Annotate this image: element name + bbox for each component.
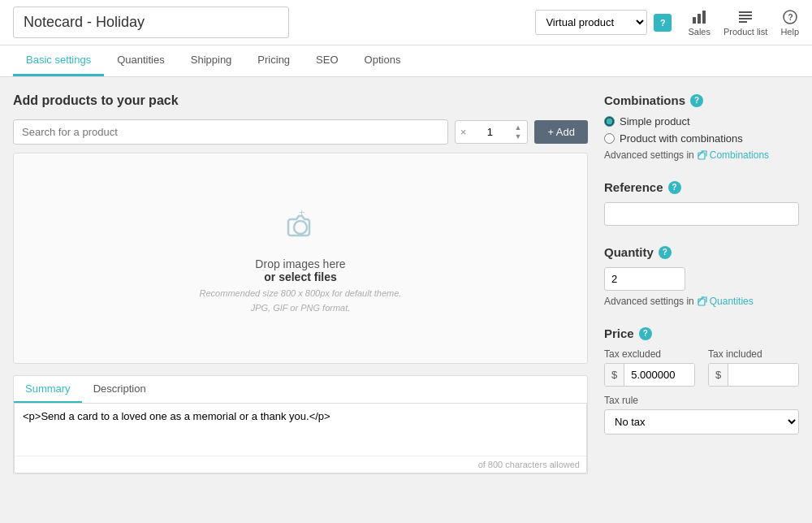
bar-chart-icon — [691, 9, 707, 25]
simple-product-radio[interactable] — [604, 116, 615, 127]
tab-seo[interactable]: SEO — [303, 45, 351, 76]
svg-rect-0 — [693, 17, 696, 24]
product-title-input[interactable] — [13, 6, 289, 38]
svg-rect-13 — [698, 299, 705, 305]
tab-quantities[interactable]: Quantities — [104, 45, 178, 76]
svg-text:+: + — [299, 207, 304, 218]
nav-icons: Sales Product list ? Help — [688, 9, 799, 37]
pack-section-title: Add products to your pack — [13, 93, 588, 108]
svg-rect-11 — [698, 153, 705, 159]
svg-rect-1 — [698, 14, 701, 24]
tab-basic-settings[interactable]: Basic settings — [13, 45, 104, 76]
svg-rect-5 — [739, 18, 752, 19]
add-product-button[interactable]: + Add — [534, 120, 588, 144]
price-help-icon[interactable]: ? — [639, 327, 652, 340]
tax-rule-label: Tax rule — [604, 395, 799, 406]
dropzone-main-text: Drop images here — [255, 257, 345, 270]
quantity-advanced-link: Advanced settings in Quantities — [604, 296, 799, 307]
tax-excluded-input-row: $ — [604, 363, 695, 387]
product-type-select[interactable]: Virtual product Standard product Pack of… — [535, 10, 647, 35]
product-with-combinations-radio-label[interactable]: Product with combinations — [604, 132, 799, 145]
combinations-help-icon[interactable]: ? — [690, 94, 703, 107]
dropzone-hint1: Recommended size 800 x 800px for default… — [200, 288, 402, 298]
tax-excluded-col: Tax excluded $ — [604, 348, 695, 387]
tax-included-col: Tax included $ — [708, 348, 799, 387]
quantity-down-button[interactable]: ▼ — [513, 132, 522, 141]
combinations-section: Combinations ? Simple product Product wi… — [604, 93, 799, 161]
reference-section: Reference ? — [604, 180, 799, 226]
svg-line-14 — [698, 297, 703, 302]
combinations-advanced-link: Advanced settings in Combinations — [604, 149, 799, 161]
image-dropzone[interactable]: + Drop images here or select files Recom… — [13, 153, 588, 364]
tabs-bar: Basic settings Quantities Shipping Prici… — [0, 45, 812, 77]
summary-textarea-box: <p>Send a card to a loved one as a memor… — [14, 404, 587, 473]
svg-line-12 — [698, 151, 703, 156]
dropzone-hint2: JPG, GIF or PNG format. — [251, 303, 351, 313]
tax-excluded-input[interactable] — [624, 364, 694, 386]
quantities-external-link-icon — [698, 296, 707, 306]
help-circle-icon: ? — [782, 9, 798, 25]
quantity-x-label: × — [460, 126, 467, 138]
tax-included-currency: $ — [709, 364, 728, 386]
svg-rect-3 — [739, 11, 752, 13]
inner-tab-summary[interactable]: Summary — [14, 376, 82, 403]
list-icon — [737, 9, 754, 25]
search-input[interactable] — [13, 119, 448, 145]
tax-excluded-currency: $ — [605, 364, 624, 386]
tab-shipping[interactable]: Shipping — [178, 45, 245, 76]
tax-included-input-row: $ — [708, 363, 799, 387]
svg-rect-4 — [739, 15, 752, 16]
left-panel: Add products to your pack × ▲ ▼ + Add + — [13, 93, 588, 503]
tax-included-input[interactable] — [728, 364, 798, 386]
svg-text:?: ? — [788, 13, 793, 22]
quantity-up-button[interactable]: ▲ — [513, 123, 522, 132]
tab-options[interactable]: Options — [352, 45, 414, 76]
combinations-link[interactable]: Combinations — [698, 149, 769, 161]
simple-product-radio-label[interactable]: Simple product — [604, 115, 799, 128]
reference-title: Reference ? — [604, 180, 799, 194]
tax-included-label: Tax included — [708, 348, 799, 360]
dropzone-select-text: or select files — [264, 270, 337, 283]
tab-pricing[interactable]: Pricing — [244, 45, 303, 76]
quantity-help-icon[interactable]: ? — [659, 246, 672, 259]
nav-sales[interactable]: Sales — [688, 9, 710, 37]
summary-textarea[interactable]: <p>Send a card to a loved one as a memor… — [15, 404, 586, 453]
quantity-input[interactable] — [469, 121, 510, 143]
tax-excluded-label: Tax excluded — [604, 348, 695, 360]
combinations-title: Combinations ? — [604, 93, 799, 107]
quantity-spinners: ▲ ▼ — [513, 123, 522, 141]
inner-tab-description[interactable]: Description — [82, 376, 158, 403]
svg-rect-6 — [739, 21, 747, 23]
add-product-row: × ▲ ▼ + Add — [13, 119, 588, 145]
reference-help-icon[interactable]: ? — [668, 181, 681, 194]
quantity-row: × ▲ ▼ — [455, 120, 529, 144]
external-link-icon — [698, 150, 707, 160]
quantity-value-input[interactable] — [604, 267, 685, 291]
topbar: Virtual product Standard product Pack of… — [0, 0, 812, 45]
nav-help[interactable]: ? Help — [780, 9, 799, 37]
svg-rect-2 — [702, 11, 706, 24]
char-count-label: of 800 characters allowed — [15, 456, 586, 473]
main-content: Add products to your pack × ▲ ▼ + Add + — [0, 77, 812, 519]
camera-icon: + — [281, 205, 320, 251]
svg-point-9 — [294, 221, 307, 234]
product-with-combinations-radio[interactable] — [604, 133, 615, 144]
topbar-right: Virtual product Standard product Pack of… — [535, 9, 799, 37]
reference-input[interactable] — [604, 202, 799, 226]
inner-tabs: Summary Description — [14, 376, 587, 404]
product-type-help-button[interactable]: ? — [654, 14, 672, 32]
price-title: Price ? — [604, 326, 799, 340]
nav-product-list[interactable]: Product list — [723, 9, 767, 37]
price-section: Price ? Tax excluded $ Tax included $ — [604, 326, 799, 434]
quantities-link[interactable]: Quantities — [698, 296, 754, 307]
right-panel: Combinations ? Simple product Product wi… — [604, 93, 799, 503]
price-row: Tax excluded $ Tax included $ — [604, 348, 799, 387]
quantity-title: Quantity ? — [604, 245, 799, 259]
quantity-section: Quantity ? Advanced settings in Quantiti… — [604, 245, 799, 307]
tax-rule-select[interactable]: No tax US Tax 10% EU Standard Rate — [604, 409, 799, 434]
